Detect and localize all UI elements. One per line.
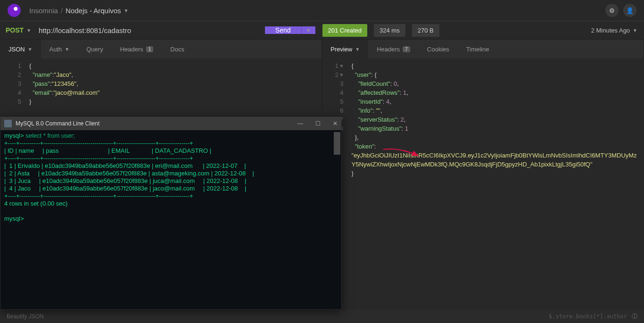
tab-preview[interactable]: Preview▼	[322, 40, 368, 58]
gear-icon: ⚙	[609, 7, 615, 14]
send-dropdown[interactable]: ▼	[301, 26, 315, 34]
chevron-down-icon: ▼	[355, 47, 360, 52]
table-row: | 1 | Erivaldo | e10adc3949ba59abbe56e05…	[4, 162, 246, 169]
help-icon[interactable]: ⓘ	[632, 313, 637, 321]
mysql-title-text: MySQL 8.0 Command Line Client	[16, 120, 99, 127]
titlebar: Insomnia / Nodejs - Arquivos ▼ ⚙ 👤	[0, 0, 644, 21]
line-gutter: 12345	[0, 58, 26, 106]
tab-body[interactable]: JSON▼	[0, 40, 41, 58]
mysql-titlebar[interactable]: MySQL 8.0 Command Line Client — ☐ ✕	[0, 117, 341, 130]
send-button[interactable]: Send	[265, 26, 301, 34]
tab-auth[interactable]: Auth▼	[41, 40, 78, 58]
account-button[interactable]: 👤	[623, 4, 636, 17]
settings-button[interactable]: ⚙	[605, 4, 619, 17]
scrollbar-thumb[interactable]	[334, 132, 340, 155]
tab-headers-resp[interactable]: Headers7	[368, 40, 419, 58]
tab-headers-req[interactable]: Headers1	[112, 40, 162, 58]
tab-docs[interactable]: Docs	[162, 40, 193, 58]
breadcrumb-workspace[interactable]: Nodejs - Arquivos	[66, 7, 121, 15]
chevron-down-icon: ▼	[65, 47, 69, 52]
mysql-icon	[4, 120, 12, 127]
close-icon[interactable]: ✕	[333, 120, 338, 127]
tabs: JSON▼ Auth▼ Query Headers1 Docs Preview▼…	[0, 40, 644, 58]
chevron-down-icon: ▼	[306, 28, 311, 33]
url-input[interactable]: http://localhost:8081/cadastro	[37, 26, 131, 34]
chevron-down-icon: ▼	[26, 28, 31, 33]
maximize-icon[interactable]: ☐	[315, 120, 321, 127]
request-bar: POST ▼ http://localhost:8081/cadastro Se…	[0, 21, 644, 40]
filter-hint[interactable]: $.store.books[*].author	[549, 313, 627, 320]
size-badge[interactable]: 270 B	[412, 24, 439, 37]
code: { "name":"Jaco", "pass":"123456", "email…	[0, 58, 322, 106]
breadcrumb-app: Insomnia	[29, 7, 58, 15]
table-row: | 2 | Asta | e10adc3949ba59abbe56e057f20…	[4, 170, 254, 177]
breadcrumb-sep: /	[61, 7, 63, 15]
chevron-down-icon: ▼	[124, 8, 129, 13]
method-label: POST	[6, 26, 24, 34]
user-icon: 👤	[626, 7, 634, 14]
chevron-down-icon: ▼	[28, 47, 33, 52]
mysql-terminal[interactable]: mysql> select * from user; +----+-------…	[0, 130, 341, 309]
table-row: | 4 | Jaco | e10adc3949ba59abbe56e057f20…	[4, 185, 246, 192]
time-badge[interactable]: 324 ms	[374, 24, 405, 37]
response-preview: 1 ▾2 ▾345678 { "user": { "fieldCount": 0…	[322, 58, 644, 310]
chevron-down-icon: ▼	[633, 28, 637, 33]
code: { "user": { "fieldCount": 0, "affectedRo…	[322, 58, 644, 178]
status-badge[interactable]: 201 Created	[322, 24, 368, 37]
app-logo-icon	[8, 4, 21, 17]
beautify-button[interactable]: Beautify JSON	[7, 313, 44, 320]
time-ago-label: 2 Minutes Ago	[591, 27, 630, 34]
table-row: | 3 | Juca | e10adc3949ba59abbe56e057f20…	[4, 177, 246, 184]
history-dropdown[interactable]: 2 Minutes Ago ▼	[591, 27, 637, 34]
minimize-icon[interactable]: —	[297, 120, 303, 127]
tab-query[interactable]: Query	[78, 40, 111, 58]
method-selector[interactable]: POST ▼	[0, 26, 37, 34]
footer: Beautify JSON $.store.books[*].author ⓘ	[0, 310, 644, 323]
mysql-window: MySQL 8.0 Command Line Client — ☐ ✕ mysq…	[0, 116, 342, 310]
headers-count: 1	[146, 46, 154, 52]
breadcrumb[interactable]: Insomnia / Nodejs - Arquivos ▼	[29, 7, 129, 15]
tab-timeline[interactable]: Timeline	[458, 40, 498, 58]
headers-count: 7	[403, 46, 410, 52]
tab-cookies[interactable]: Cookies	[419, 40, 458, 58]
